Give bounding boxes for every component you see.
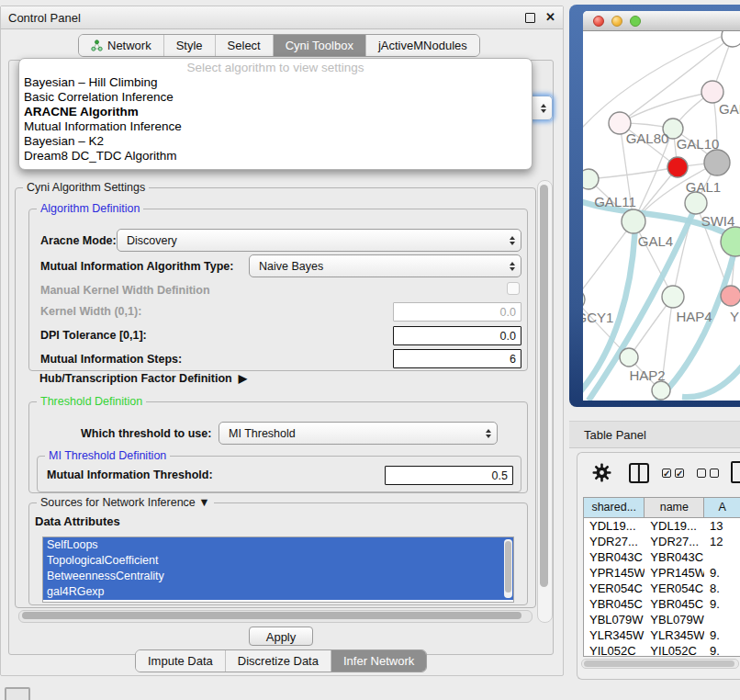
close-traffic-light[interactable] [593, 16, 604, 27]
table-cell: 8. [704, 581, 740, 596]
network-node[interactable] [662, 286, 684, 308]
mi-algorithm-type-combobox[interactable]: Naive Bayes [249, 254, 521, 277]
table-row[interactable]: YIL052CYIL052C9. [584, 643, 740, 657]
aracne-mode-value: Discovery [127, 234, 177, 247]
tab-impute-data[interactable]: Impute Data [136, 650, 225, 672]
network-view-window: GALGAL80GAL10GAL1GAL11SWI4GAL4HAP4YGCY1H… [583, 11, 740, 401]
network-node-label: SWI4 [701, 213, 735, 229]
aracne-mode-combobox[interactable]: Discovery [117, 229, 521, 252]
data-attribute-item[interactable]: BetweennessCentrality [43, 569, 513, 584]
column-header-name[interactable]: name [645, 498, 704, 517]
table-row[interactable]: YLR345WYLR345W9. [584, 627, 740, 643]
attributes-scrollbar-thumb[interactable] [505, 541, 511, 593]
which-threshold-label: Which threshold to use: [81, 427, 211, 440]
apply-button[interactable]: Apply [249, 627, 313, 646]
table-row[interactable]: YPR145WYPR145W9. [584, 565, 740, 581]
network-node[interactable] [622, 209, 645, 233]
table-cell: 9. [704, 643, 740, 657]
float-window-icon[interactable] [525, 13, 535, 23]
mi-threshold-label: Mutual Information Threshold: [47, 469, 213, 481]
network-node[interactable] [701, 81, 723, 103]
table-cell: YBR043C [645, 549, 704, 565]
network-node[interactable] [721, 286, 740, 306]
hide-columns-icon[interactable] [697, 469, 719, 478]
settings-horizontal-scrollbar-thumb[interactable] [22, 612, 521, 619]
mi-algorithm-type-label: Mutual Information Algorithm Type: [40, 260, 233, 273]
network-node[interactable] [583, 169, 599, 189]
network-node[interactable] [685, 192, 707, 214]
table-cell: YBR045C [584, 596, 645, 612]
tab-select[interactable]: Select [215, 35, 273, 56]
settings-vertical-scrollbar-thumb[interactable] [540, 185, 548, 587]
table-cell: 12 [704, 534, 740, 549]
table-horizontal-scrollbar-thumb[interactable] [584, 660, 734, 667]
hub-definition-toggle[interactable]: Hub/Transcription Factor Definition▶ [39, 372, 247, 385]
network-edge[interactable] [620, 92, 712, 123]
settings-group-title: Cyni Algorithm Settings [23, 181, 149, 194]
gear-icon[interactable] [592, 463, 611, 486]
minimize-traffic-light[interactable] [611, 16, 622, 27]
zoom-traffic-light[interactable] [630, 16, 641, 27]
network-edge[interactable] [583, 37, 721, 140]
network-edge[interactable] [589, 167, 678, 179]
attributes-scrollbar[interactable] [504, 539, 512, 598]
data-attribute-item[interactable]: SelfLoops [43, 537, 513, 553]
table-row[interactable]: YBR043CYBR043C [584, 549, 740, 565]
algorithm-option-bayesian-hill-climbing[interactable]: Bayesian – Hill Climbing [19, 75, 532, 90]
collapse-down-icon[interactable]: ▼ [198, 496, 209, 509]
mi-threshold-field[interactable] [385, 466, 513, 485]
algorithm-option-basic-correlation-inference[interactable]: Basic Correlation Inference [19, 90, 532, 105]
table-row[interactable]: YDL19...YDL19...13 [584, 518, 740, 534]
data-attribute-item[interactable]: TopologicalCoefficient [43, 553, 513, 569]
table-cell [704, 612, 740, 627]
table-header-row: shared...nameA [584, 498, 740, 518]
tab-infer-network[interactable]: Infer Network [331, 650, 426, 672]
network-node-label: HAP2 [629, 367, 665, 383]
algorithm-option-bayesian-k2[interactable]: Bayesian – K2 [19, 134, 532, 149]
tab-style[interactable]: Style [163, 35, 215, 56]
network-node[interactable] [722, 31, 740, 47]
data-attribute-item[interactable]: gal4RGexp [43, 584, 513, 600]
table-row[interactable]: YDR27...YDR27...12 [584, 534, 740, 549]
table-cell [704, 549, 740, 565]
combo-arrows-icon [510, 259, 515, 274]
manual-kernel-checkbox[interactable] [507, 282, 520, 295]
table-cell: YIL052C [584, 643, 645, 657]
algorithm-option-dream8-dc-tdc-algorithm[interactable]: Dream8 DC_TDC Algorithm [19, 149, 532, 164]
show-checked-columns-icon[interactable]: ✓ ✓ [662, 469, 684, 478]
column-header-shared[interactable]: shared... [584, 498, 645, 517]
table-horizontal-scrollbar[interactable] [581, 659, 739, 669]
tab-jactivemnodules[interactable]: jActiveMNodules [365, 35, 479, 56]
kernel-width-field[interactable] [393, 302, 521, 322]
table-row[interactable]: YBR045CYBR045C9. [584, 596, 740, 612]
collapsed-panel-icon[interactable] [5, 687, 30, 700]
algorithm-option-mutual-information-inference[interactable]: Mutual Information Inference [19, 119, 532, 134]
network-node[interactable] [652, 381, 670, 400]
network-node[interactable] [620, 348, 638, 367]
network-node[interactable] [667, 157, 688, 177]
table-cell: YDR27... [645, 534, 704, 549]
tab-discretize-data[interactable]: Discretize Data [225, 650, 331, 672]
network-graph: GALGAL80GAL10GAL1GAL11SWI4GAL4HAP4YGCY1H… [583, 31, 740, 401]
tab-network[interactable]: Network [79, 35, 163, 56]
close-icon[interactable]: ✕ [545, 12, 555, 23]
network-node[interactable] [704, 150, 730, 175]
network-canvas[interactable]: GALGAL80GAL10GAL1GAL11SWI4GAL4HAP4YGCY1H… [583, 31, 740, 401]
dpi-tolerance-field[interactable] [393, 326, 521, 345]
table-row[interactable]: YER054CYER054C8. [584, 581, 740, 596]
network-node[interactable] [583, 289, 585, 310]
settings-horizontal-scrollbar[interactable] [18, 610, 533, 623]
table-row[interactable]: YBL079WYBL079W [584, 612, 740, 627]
mi-steps-field[interactable] [393, 349, 521, 368]
network-window-titlebar [583, 11, 740, 31]
settings-vertical-scrollbar[interactable] [537, 180, 553, 623]
control-panel-title: Control Panel [8, 11, 525, 25]
algorithm-option-aracne-algorithm[interactable]: ARACNE Algorithm [19, 105, 532, 119]
split-columns-icon[interactable] [629, 463, 649, 483]
tab-cyni-toolbox[interactable]: Cyni Toolbox [273, 35, 365, 56]
manual-kernel-label: Manual Kernel Width Definition [40, 284, 210, 297]
column-header-a[interactable]: A [704, 498, 740, 517]
algorithm-definition-group: Algorithm Definition Aracne Mode: Discov… [28, 209, 528, 371]
which-threshold-combobox[interactable]: MI Threshold [219, 422, 498, 445]
document-icon[interactable] [731, 461, 740, 483]
